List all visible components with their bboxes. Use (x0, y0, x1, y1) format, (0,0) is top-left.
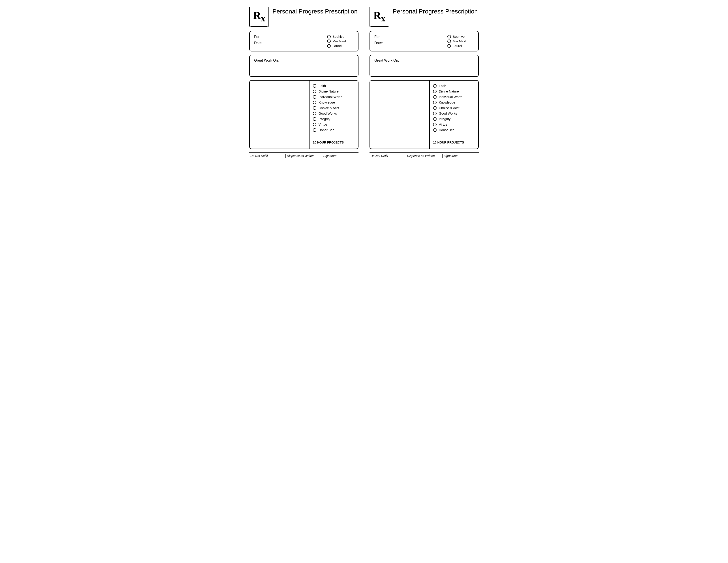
prescription-right: Rx Personal Progress Prescription For: D… (367, 4, 481, 160)
footer-dispense-right: Dispense as Written (406, 154, 442, 158)
title-right: Personal Progress Prescription (393, 7, 478, 15)
for-label-left: For: (254, 35, 264, 39)
honor-bee-item-right[interactable]: Honor Bee (433, 128, 475, 132)
laurel-circle-right[interactable] (447, 44, 451, 48)
page: Rx Personal Progress Prescription For: D… (247, 4, 481, 160)
for-line-left[interactable] (266, 35, 324, 39)
choice-acct-item-left[interactable]: Choice & Acct. (313, 106, 355, 110)
date-label-left: Date: (254, 41, 264, 45)
footer-no-refill-right: Do Not Refill (370, 154, 406, 158)
good-works-circle-left[interactable] (313, 112, 316, 115)
for-row-left: For: (254, 35, 324, 39)
virtue-label-right: Virtue (439, 122, 447, 126)
divine-nature-label-right: Divine Nature (439, 89, 459, 93)
divine-nature-circle-right[interactable] (433, 90, 437, 93)
main-box-inner-right: Faith Divine Nature Individual Worth (370, 81, 478, 148)
for-label-right: For: (374, 35, 384, 39)
beehive-circle-right[interactable] (447, 35, 451, 38)
individual-worth-circle-right[interactable] (433, 95, 437, 99)
for-row-right: For: (374, 35, 444, 39)
beehive-label-left: Beehive (332, 35, 344, 38)
virtue-label-left: Virtue (319, 122, 327, 126)
miamaid-label-right: Mia Maid (453, 39, 466, 43)
virtue-circle-left[interactable] (313, 123, 316, 126)
knowledge-circle-right[interactable] (433, 101, 437, 104)
individual-worth-item-left[interactable]: Individual Worth (313, 95, 355, 99)
footer-dispense-left: Dispense as Written (286, 154, 322, 158)
virtue-circle-right[interactable] (433, 123, 437, 126)
choice-acct-item-right[interactable]: Choice & Acct. (433, 106, 475, 110)
beehive-label-right: Beehive (453, 35, 465, 38)
honor-bee-circle-left[interactable] (313, 128, 316, 132)
date-line-right[interactable] (387, 41, 444, 45)
patient-box-right: For: Date: Beehive Mia Maid (370, 31, 479, 51)
faith-circle-left[interactable] (313, 84, 316, 88)
honor-bee-circle-right[interactable] (433, 128, 437, 132)
integrity-label-right: Integrity (439, 117, 450, 121)
miamaid-circle-right[interactable] (447, 39, 451, 43)
virtue-item-right[interactable]: Virtue (433, 122, 475, 126)
integrity-item-left[interactable]: Integrity (313, 117, 355, 121)
great-work-label-left: Great Work On: (254, 58, 354, 62)
miamaid-circle-left[interactable] (327, 39, 331, 43)
laurel-checkbox-left[interactable]: Laurel (327, 44, 354, 48)
miamaid-label-left: Mia Maid (332, 39, 346, 43)
divine-nature-circle-left[interactable] (313, 90, 316, 93)
choice-acct-circle-left[interactable] (313, 106, 316, 110)
laurel-label-left: Laurel (332, 44, 342, 48)
good-works-item-right[interactable]: Good Works (433, 111, 475, 115)
divine-nature-label-left: Divine Nature (319, 89, 339, 93)
integrity-circle-right[interactable] (433, 117, 437, 121)
honor-bee-label-right: Honor Bee (439, 128, 455, 132)
rx-logo-right: Rx (370, 7, 389, 26)
great-work-label-right: Great Work On: (374, 58, 474, 62)
main-box-left: Faith Divine Nature Individual Worth (249, 80, 358, 149)
projects-label-right: 10 HOUR PROJECTS (433, 141, 475, 144)
good-works-label-right: Good Works (439, 111, 457, 115)
miamaid-checkbox-right[interactable]: Mia Maid (447, 39, 474, 43)
laurel-circle-left[interactable] (327, 44, 331, 48)
divine-nature-item-left[interactable]: Divine Nature (313, 89, 355, 93)
miamaid-checkbox-left[interactable]: Mia Maid (327, 39, 354, 43)
beehive-checkbox-left[interactable]: Beehive (327, 35, 354, 38)
left-section-left (250, 81, 310, 148)
faith-item-left[interactable]: Faith (313, 84, 355, 88)
choice-acct-label-left: Choice & Acct. (319, 106, 340, 110)
faith-circle-right[interactable] (433, 84, 437, 88)
header-left: Rx Personal Progress Prescription (249, 7, 358, 26)
laurel-label-right: Laurel (453, 44, 462, 48)
rx-symbol-left: Rx (253, 10, 265, 23)
rx-logo-left: Rx (249, 7, 269, 26)
choice-acct-circle-right[interactable] (433, 106, 437, 110)
integrity-item-right[interactable]: Integrity (433, 117, 475, 121)
right-section-left: Faith Divine Nature Individual Worth (310, 81, 358, 148)
rx-x-right: x (381, 13, 385, 23)
good-works-item-left[interactable]: Good Works (313, 111, 355, 115)
class-checkboxes-right: Beehive Mia Maid Laurel (447, 35, 474, 48)
individual-worth-circle-left[interactable] (313, 95, 316, 99)
great-work-box-right: Great Work On: (370, 55, 479, 77)
virtue-item-left[interactable]: Virtue (313, 122, 355, 126)
individual-worth-label-right: Individual Worth (439, 95, 462, 99)
laurel-checkbox-right[interactable]: Laurel (447, 44, 474, 48)
knowledge-circle-left[interactable] (313, 101, 316, 104)
date-label-right: Date: (374, 41, 384, 45)
honor-bee-item-left[interactable]: Honor Bee (313, 128, 355, 132)
integrity-label-left: Integrity (319, 117, 330, 121)
values-section-right: Faith Divine Nature Individual Worth (430, 81, 478, 137)
good-works-circle-right[interactable] (433, 112, 437, 115)
footer-no-refill-left: Do Not Refill (249, 154, 286, 158)
knowledge-item-left[interactable]: Knowledge (313, 100, 355, 104)
individual-worth-item-right[interactable]: Individual Worth (433, 95, 475, 99)
integrity-circle-left[interactable] (313, 117, 316, 121)
beehive-circle-left[interactable] (327, 35, 331, 38)
knowledge-item-right[interactable]: Knowledge (433, 100, 475, 104)
faith-label-right: Faith (439, 84, 446, 88)
footer-signature-left: Signature: (322, 154, 358, 158)
beehive-checkbox-right[interactable]: Beehive (447, 35, 474, 38)
faith-item-right[interactable]: Faith (433, 84, 475, 88)
footer-right: Do Not Refill Dispense as Written Signat… (370, 152, 479, 158)
for-line-right[interactable] (387, 35, 444, 39)
divine-nature-item-right[interactable]: Divine Nature (433, 89, 475, 93)
date-line-left[interactable] (266, 41, 324, 45)
